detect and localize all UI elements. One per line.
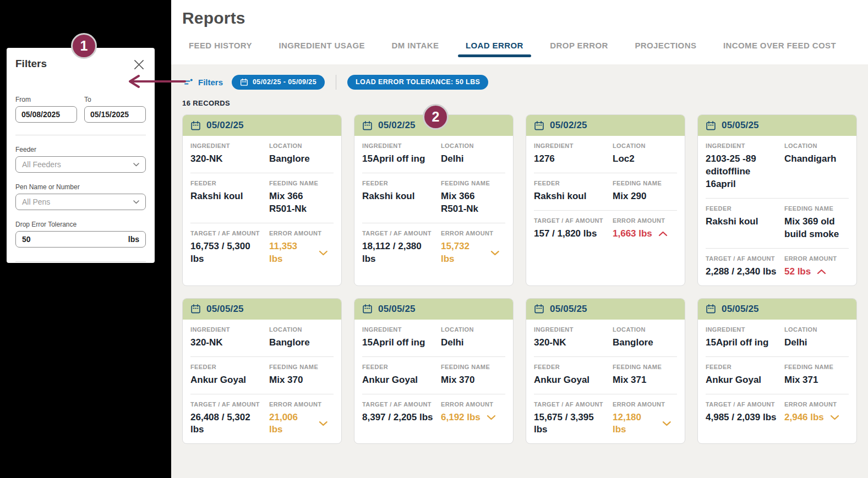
feeding-name-value: Mix 370: [441, 374, 505, 387]
target-af-value: 26,408 / 5,302 lbs: [190, 411, 269, 437]
load-error-card-grid: 05/02/25 INGREDIENT 320-NK LOCATION Bang…: [182, 114, 857, 444]
page-title: Reports: [182, 9, 857, 28]
error-amount-label: ERROR AMOUNT: [269, 401, 334, 408]
location-label: LOCATION: [441, 142, 505, 149]
chevron-down-icon[interactable]: [830, 415, 839, 420]
annotation-arrow: [124, 74, 187, 89]
ingredient-label: INGREDIENT: [534, 326, 613, 333]
feeder-feeding-row: FEEDER Rakshi koul FEEDING NAME Mix 366 …: [362, 173, 505, 223]
feeder-select[interactable]: All Feeders: [15, 156, 146, 173]
load-error-card: 05/05/25 INGREDIENT 320-NK LOCATION Bang…: [182, 298, 342, 444]
panel-divider: [15, 135, 146, 135]
chevron-up-icon[interactable]: [658, 231, 668, 237]
close-icon: [133, 59, 145, 70]
feeding-name-value: Mix 370: [269, 374, 334, 387]
chip-divider: [336, 75, 336, 90]
chevron-down-icon[interactable]: [319, 250, 328, 256]
feeding-name-label: FEEDING NAME: [441, 180, 505, 186]
error-amount-value: 11,353 lbs: [269, 240, 334, 266]
location-value: Chandigarh: [784, 153, 849, 166]
close-button[interactable]: [132, 58, 146, 72]
target-error-row: TARGET / AF AMOUNT 16,753 / 5,300 lbs ER…: [190, 223, 334, 273]
target-error-row: TARGET / AF AMOUNT 15,675 / 3,395 lbs ER…: [534, 394, 677, 444]
from-date-input[interactable]: [15, 106, 77, 123]
filters-toggle-button[interactable]: Filters: [182, 78, 223, 87]
tab-ingredient-usage[interactable]: INGREDIENT USAGE: [279, 41, 364, 57]
load-error-card: 05/05/25 INGREDIENT 15April off ing LOCA…: [697, 298, 857, 444]
date-range-chip[interactable]: 05/02/25 - 05/09/25: [232, 75, 325, 90]
chevron-down-icon[interactable]: [487, 415, 496, 420]
error-amount-label: ERROR AMOUNT: [784, 401, 849, 408]
feeder-value: Ankur Goyal: [362, 374, 441, 387]
error-amount-label: ERROR AMOUNT: [441, 230, 505, 237]
tolerance-chip-label: LOAD ERROR TOLERANCE: 50 LBS: [356, 78, 480, 86]
chevron-down-icon[interactable]: [319, 421, 328, 426]
reports-page: Reports FEED HISTORYINGREDIENT USAGEDM I…: [171, 0, 868, 478]
card-date: 05/02/25: [550, 120, 587, 131]
chevron-down-icon[interactable]: [662, 421, 672, 426]
target-error-row: TARGET / AF AMOUNT 18,112 / 2,380 lbs ER…: [362, 223, 505, 273]
target-error-row: TARGET / AF AMOUNT 26,408 / 5,302 lbs ER…: [190, 394, 334, 444]
calendar-icon: [706, 304, 716, 314]
ingredient-label: INGREDIENT: [362, 142, 441, 149]
target-af-value: 16,753 / 5,300 lbs: [190, 240, 269, 266]
chevron-down-icon: [133, 200, 139, 204]
pen-label: Pen Name or Number: [15, 183, 146, 191]
drop-error-tolerance-input[interactable]: [22, 235, 128, 244]
ingredient-label: INGREDIENT: [190, 326, 269, 333]
calendar-icon: [534, 120, 544, 131]
feeder-label: FEEDER: [534, 364, 613, 370]
error-amount-value: 52 lbs: [784, 266, 849, 278]
feeding-name-value: Mix 371: [613, 374, 677, 387]
ingredient-location-row: INGREDIENT 15April off ing LOCATION Delh…: [362, 320, 505, 356]
ingredient-value: 320-NK: [190, 337, 269, 349]
card-date: 05/02/25: [206, 120, 244, 131]
location-label: LOCATION: [269, 326, 334, 333]
feeder-label: FEEDER: [362, 180, 441, 186]
card-date-header: 05/05/25: [698, 115, 856, 136]
feeding-name-value: Mix 290: [613, 190, 677, 203]
ingredient-value: 320-NK: [534, 337, 613, 349]
card-date: 05/05/25: [722, 120, 759, 131]
calendar-icon: [362, 304, 373, 314]
card-date: 05/05/25: [550, 304, 587, 315]
feeding-name-label: FEEDING NAME: [613, 364, 677, 370]
ingredient-location-row: INGREDIENT 320-NK LOCATION Banglore: [190, 136, 334, 173]
feeder-feeding-row: FEEDER Rakshi koul FEEDING NAME Mix 366 …: [190, 173, 334, 223]
error-amount-value: 12,180 lbs: [613, 411, 677, 437]
target-af-value: 4,985 / 2,039 lbs: [706, 411, 784, 424]
chevron-up-icon[interactable]: [817, 269, 826, 274]
target-error-row: TARGET / AF AMOUNT 157 / 1,820 lbs ERROR…: [534, 210, 677, 248]
ingredient-location-row: INGREDIENT 320-NK LOCATION Banglore: [534, 320, 677, 356]
drop-error-tolerance-field: lbs: [15, 231, 146, 248]
location-value: Delhi: [441, 337, 505, 349]
tab-feed-history[interactable]: FEED HISTORY: [189, 41, 252, 57]
ingredient-location-row: INGREDIENT 1276 LOCATION Loc2: [534, 136, 677, 173]
feeder-value: Rakshi koul: [190, 190, 269, 203]
chevron-down-icon[interactable]: [490, 250, 500, 256]
location-label: LOCATION: [441, 326, 505, 333]
target-error-row: TARGET / AF AMOUNT 8,397 / 2,205 lbs ERR…: [362, 394, 505, 431]
tab-drop-error[interactable]: DROP ERROR: [550, 41, 608, 57]
load-error-card: 05/05/25 INGREDIENT 320-NK LOCATION Bang…: [526, 298, 685, 444]
target-error-row: TARGET / AF AMOUNT 4,985 / 2,039 lbs ERR…: [706, 394, 849, 431]
feeder-value: Ankur Goyal: [190, 374, 269, 387]
tab-load-error[interactable]: LOAD ERROR: [466, 41, 523, 57]
ingredient-label: INGREDIENT: [706, 326, 784, 333]
calendar-icon: [706, 120, 716, 131]
pen-select[interactable]: All Pens: [15, 194, 146, 210]
filters-panel-title: Filters: [15, 58, 47, 70]
tab-projections[interactable]: PROJECTIONS: [635, 41, 696, 57]
card-date-header: 05/05/25: [698, 299, 856, 320]
to-date-input[interactable]: [84, 106, 146, 123]
tab-income-over-feed-cost[interactable]: INCOME OVER FEED COST: [723, 41, 836, 57]
load-error-tolerance-chip[interactable]: LOAD ERROR TOLERANCE: 50 LBS: [347, 75, 488, 90]
feeding-name-label: FEEDING NAME: [269, 364, 334, 370]
ingredient-value: 320-NK: [190, 153, 269, 166]
location-value: Delhi: [441, 153, 505, 166]
load-error-card: 05/02/25 INGREDIENT 1276 LOCATION Loc2 F…: [526, 114, 685, 286]
card-date: 05/02/25: [378, 120, 416, 131]
tab-dm-intake[interactable]: DM INTAKE: [391, 41, 439, 57]
feeder-feeding-row: FEEDER Ankur Goyal FEEDING NAME Mix 370: [362, 356, 505, 394]
feeder-label: FEEDER: [534, 180, 613, 186]
